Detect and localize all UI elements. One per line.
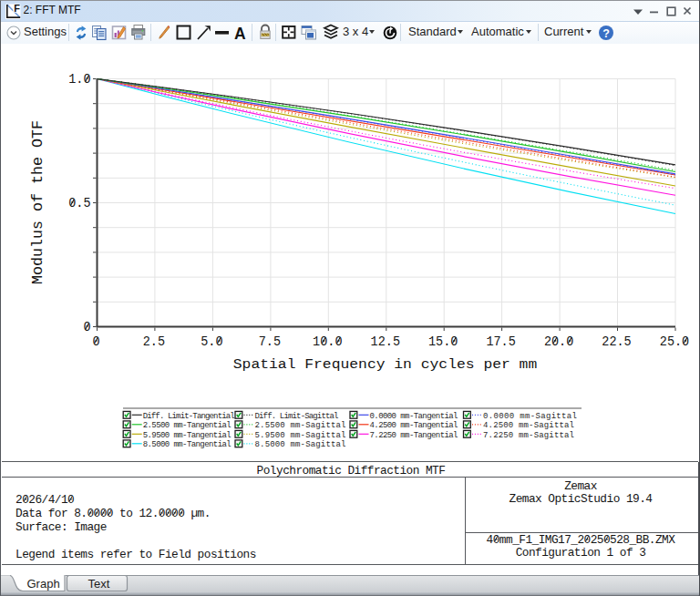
svg-text:4.2500 mm-Tangential: 4.2500 mm-Tangential [370, 421, 458, 430]
svg-text:7.2250 mm-Tangential: 7.2250 mm-Tangential [370, 431, 458, 440]
svg-text:17.5: 17.5 [486, 334, 515, 349]
svg-text:2026/4/10: 2026/4/10 [15, 493, 74, 507]
svg-text:2.5: 2.5 [143, 334, 165, 349]
svg-text:40mm_F1_IMG17_20250528_BB.ZMX: 40mm_F1_IMG17_20250528_BB.ZMX [487, 533, 676, 547]
svg-text:Legend items refer to Field po: Legend items refer to Field positions [15, 548, 256, 561]
svg-text:5.0: 5.0 [201, 334, 222, 349]
svg-text:2.5500 mm-Sagittal: 2.5500 mm-Sagittal [255, 421, 346, 430]
svg-text:7.2250 mm-Sagittal: 7.2250 mm-Sagittal [483, 431, 574, 440]
svg-text:2.5500 mm-Tangential: 2.5500 mm-Tangential [143, 421, 232, 430]
svg-text:7.5: 7.5 [259, 334, 281, 349]
svg-text:Zemax: Zemax [564, 479, 598, 493]
svg-text:22.5: 22.5 [602, 334, 631, 349]
svg-text:5.9500 mm-Sagittal: 5.9500 mm-Sagittal [255, 431, 346, 440]
svg-text:4.2500 mm-Sagittal: 4.2500 mm-Sagittal [483, 421, 574, 430]
svg-text:F: F [14, 3, 20, 14]
svg-text:0.0000 mm-Sagittal: 0.0000 mm-Sagittal [483, 412, 577, 421]
svg-text:Configuration 1 of 3: Configuration 1 of 3 [516, 546, 646, 560]
svg-text:Text: Text [88, 577, 110, 591]
svg-text:8.5000 mm-Tangential: 8.5000 mm-Tangential [143, 440, 232, 449]
svg-text:Diff. Limit-Sagittal: Diff. Limit-Sagittal [255, 412, 339, 421]
svg-text:Spatial Frequency in cycles pe: Spatial Frequency in cycles per mm [233, 356, 537, 373]
svg-text:Surface: Image: Surface: Image [15, 520, 107, 534]
svg-text:Modulus of the OTF: Modulus of the OTF [29, 120, 46, 284]
svg-text:Zemax OpticStudio 19.4: Zemax OpticStudio 19.4 [510, 492, 654, 506]
svg-text:1.0: 1.0 [68, 72, 90, 87]
svg-text:8.5000 mm-Sagittal: 8.5000 mm-Sagittal [255, 440, 346, 449]
svg-text:Polychromatic Diffraction MTF: Polychromatic Diffraction MTF [257, 464, 446, 478]
svg-text:?: ? [602, 27, 610, 40]
svg-text:5.9500 mm-Tangential: 5.9500 mm-Tangential [143, 431, 232, 440]
svg-text:Graph: Graph [27, 577, 60, 591]
svg-text:12.5: 12.5 [371, 334, 400, 349]
svg-text:0.0000 mm-Tangential: 0.0000 mm-Tangential [370, 412, 458, 421]
svg-text:Diff. Limit-Tangential: Diff. Limit-Tangential [143, 412, 235, 421]
